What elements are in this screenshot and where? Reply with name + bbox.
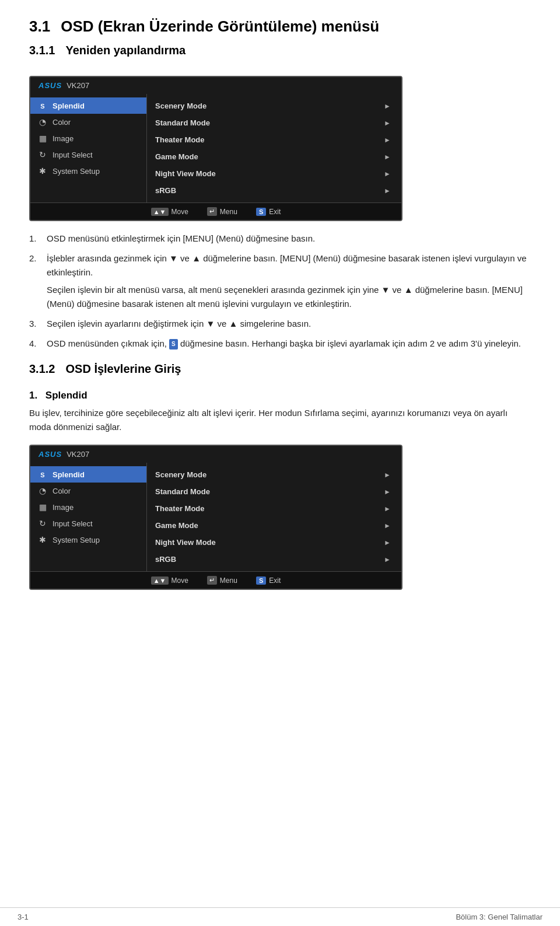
osd-header-1: ASUS VK207 [30, 77, 401, 94]
subsection-heading: Yeniden yapılandırma [65, 44, 186, 57]
color-icon-1: ◔ [37, 117, 48, 127]
footer-menu-1: ↵ Menu [207, 207, 237, 216]
asus-logo-1: ASUS [38, 81, 62, 90]
osd-right-standard-2[interactable]: Standard Mode ► [147, 483, 401, 500]
standard-label-1: Standard Mode [155, 118, 210, 127]
subsection-title-block: 3.1.1 Yeniden yapılandırma [29, 44, 531, 65]
input-icon-2: ↻ [37, 519, 48, 528]
osd-model-1: VK207 [66, 81, 89, 90]
osd-right-scenery-2[interactable]: Scenery Mode ► [147, 466, 401, 483]
step-1: 1. OSD menüsünü etkinleştirmek için [MEN… [29, 232, 531, 246]
move-icon-1: ▲▼ [151, 208, 169, 216]
step-3-text: Seçilen işlevin ayarlarını değiştirmek i… [47, 317, 531, 331]
splendid-section: 1. Splendid [29, 390, 531, 401]
osd-left-item-input-1[interactable]: ↻ Input Select [30, 146, 146, 163]
standard-chevron-2: ► [384, 488, 391, 496]
standard-label-2: Standard Mode [155, 487, 210, 496]
page-number: 3-1 [18, 913, 29, 921]
osd-right-srgb-2[interactable]: sRGB ► [147, 551, 401, 568]
step-4-num: 4. [29, 337, 47, 351]
osd-left-item-splendid-2[interactable]: S Splendid [30, 466, 146, 483]
osd-menu-box-1: ASUS VK207 S Splendid ◔ Color ▦ Image ↻ [29, 76, 402, 221]
osd-right-theater-2[interactable]: Theater Mode ► [147, 500, 401, 517]
osd-footer-1: ▲▼ Move ↵ Menu S Exit [30, 202, 401, 220]
image-icon-1: ▦ [37, 134, 48, 143]
color-label-1: Color [52, 118, 71, 127]
osd-left-item-input-2[interactable]: ↻ Input Select [30, 515, 146, 532]
splendid-section-num: 1. [29, 390, 43, 401]
osd-left-item-splendid-1[interactable]: S Splendid [30, 97, 146, 114]
step-2: 2. İşlebler arasında gezinmek için ▼ ve … [29, 251, 531, 279]
splendid-desc-text: Bu işlev, tercihinize göre seçebileceğin… [29, 406, 531, 434]
menu-icon-1: ↵ [207, 207, 217, 216]
color-label-2: Color [52, 487, 71, 495]
input-label-1: Input Select [52, 151, 93, 159]
page-content: 3.1 OSD (Ekran Üzerinde Görüntüleme) men… [29, 18, 531, 590]
osd-right-scenery-1[interactable]: Scenery Mode ► [147, 97, 401, 114]
input-label-2: Input Select [52, 519, 93, 528]
page-footer: 3-1 Bölüm 3: Genel Talimatlar [0, 907, 560, 926]
subsection-number: 3.1.1 [29, 44, 55, 57]
chapter-label: Bölüm 3: Genel Talimatlar [456, 913, 542, 921]
osd-left-item-color-1[interactable]: ◔ Color [30, 114, 146, 130]
move-icon-2: ▲▼ [151, 576, 169, 585]
game-chevron-2: ► [384, 522, 391, 530]
move-label-2: Move [172, 576, 188, 585]
osd-right-srgb-1[interactable]: sRGB ► [147, 182, 401, 199]
game-label-1: Game Mode [155, 152, 198, 161]
step-2-cont: Seçilen işlevin bir alt menüsü varsa, al… [47, 283, 531, 311]
osd-left-item-color-2[interactable]: ◔ Color [30, 483, 146, 499]
move-label-1: Move [172, 208, 188, 216]
step-4: 4. OSD menüsünden çıkmak için, S düğmesi… [29, 337, 531, 351]
nightview-chevron-2: ► [384, 539, 391, 547]
theater-label-1: Theater Mode [155, 135, 205, 144]
image-icon-2: ▦ [37, 502, 48, 512]
game-chevron-1: ► [384, 153, 391, 161]
section312-heading: OSD İşlevlerine Giriş [65, 362, 181, 376]
osd-right-game-2[interactable]: Game Mode ► [147, 517, 401, 534]
osd-right-game-1[interactable]: Game Mode ► [147, 148, 401, 165]
srgb-label-1: sRGB [155, 186, 176, 195]
splendid-label-2: Splendid [52, 470, 85, 479]
step-1-num: 1. [29, 232, 47, 246]
footer-exit-1: S Exit [256, 208, 281, 216]
osd-header-2: ASUS VK207 [30, 446, 401, 463]
theater-label-2: Theater Mode [155, 504, 205, 513]
image-label-1: Image [52, 134, 74, 143]
system-icon-1: ✱ [37, 166, 48, 176]
section312-number: 3.1.2 [29, 362, 55, 376]
footer-move-2: ▲▼ Move [151, 576, 188, 585]
osd-body-1: S Splendid ◔ Color ▦ Image ↻ Input Selec… [30, 94, 401, 202]
osd-right-nightview-2[interactable]: Night View Mode ► [147, 534, 401, 551]
osd-right-panel-2: Scenery Mode ► Standard Mode ► Theater M… [147, 463, 401, 571]
footer-exit-2: S Exit [256, 576, 281, 585]
osd-right-theater-1[interactable]: Theater Mode ► [147, 131, 401, 148]
osd-left-item-system-2[interactable]: ✱ System Setup [30, 532, 146, 548]
nightview-chevron-1: ► [384, 170, 391, 178]
system-icon-2: ✱ [37, 535, 48, 544]
osd-left-item-system-1[interactable]: ✱ System Setup [30, 163, 146, 179]
exit-label-2: Exit [269, 576, 281, 585]
osd-right-standard-1[interactable]: Standard Mode ► [147, 114, 401, 131]
step-4-text: OSD menüsünden çıkmak için, S düğmesine … [47, 337, 531, 351]
exit-icon-2: S [256, 576, 266, 585]
menu-label-2: Menu [220, 576, 237, 585]
osd-left-panel-1: S Splendid ◔ Color ▦ Image ↻ Input Selec… [30, 94, 147, 202]
splendid-icon-2: S [37, 470, 48, 479]
osd-menu-box-2: ASUS VK207 S Splendid ◔ Color ▦ Image ↻ [29, 445, 402, 590]
step-3-num: 3. [29, 317, 47, 331]
image-label-2: Image [52, 503, 74, 512]
game-label-2: Game Mode [155, 521, 198, 530]
osd-model-2: VK207 [66, 450, 89, 459]
section-title-block: 3.1 OSD (Ekran Üzerinde Görüntüleme) men… [29, 18, 531, 39]
splendid-icon-1: S [37, 101, 48, 110]
osd-footer-2: ▲▼ Move ↵ Menu S Exit [30, 571, 401, 589]
osd-left-item-image-2[interactable]: ▦ Image [30, 499, 146, 515]
osd-left-item-image-1[interactable]: ▦ Image [30, 130, 146, 146]
scenery-chevron-2: ► [384, 471, 391, 479]
asus-logo-2: ASUS [38, 450, 62, 459]
standard-chevron-1: ► [384, 119, 391, 127]
scenery-chevron-1: ► [384, 102, 391, 110]
osd-right-nightview-1[interactable]: Night View Mode ► [147, 165, 401, 182]
theater-chevron-2: ► [384, 505, 391, 513]
